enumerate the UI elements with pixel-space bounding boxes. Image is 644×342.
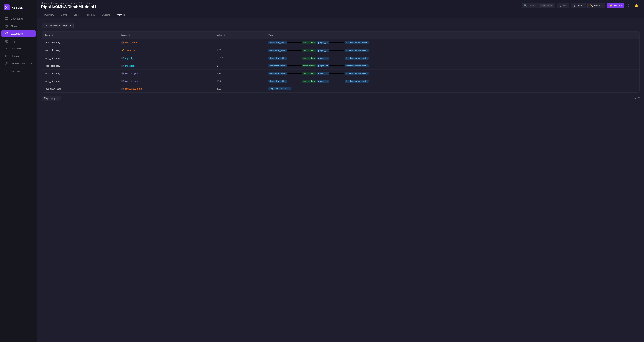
cell-name: ¹²³bad.records [118, 39, 214, 47]
sidebar-item-flows[interactable]: Flows [2, 23, 36, 30]
tag-simple: request.method: GET [268, 87, 291, 90]
metric-name-text: output.rows [125, 80, 138, 83]
chevron-right-icon: › [31, 62, 32, 65]
search-placeholder: Jump to... [528, 4, 538, 7]
edit-flow-button[interactable]: ✏️ Edit flow [587, 3, 605, 9]
logo-text: kestra. [12, 6, 23, 10]
bell-icon: 🔔 [635, 4, 638, 7]
svg-point-22 [6, 56, 8, 57]
svg-rect-2 [7, 17, 8, 19]
jump-to-search[interactable]: 🔍 Jump to... Ctrl/Cmd + K [522, 3, 555, 8]
svg-rect-3 [6, 19, 7, 20]
total-count: 7 [638, 97, 640, 99]
breadcrumb-executions[interactable]: Executions [81, 2, 92, 5]
chevron-down-icon: ▾ [70, 24, 71, 27]
tab-overview[interactable]: Overview [41, 12, 57, 18]
metric-name-text: bad.records [125, 41, 138, 44]
cell-name: ¹²³output.rows [118, 77, 214, 85]
metric-type-icon: ¹²³ [122, 57, 124, 59]
tab-gantt[interactable]: Gantt [58, 12, 70, 18]
execute-button-label: Execute [614, 4, 622, 7]
sidebar-item-administration-label: Administration [11, 62, 26, 65]
tab-topology[interactable]: Topology [82, 12, 98, 18]
sidebar-item-flows-label: Flows [11, 25, 17, 28]
name-sort-icon[interactable]: ⇅ [129, 34, 130, 36]
cell-task: load_biqquery [42, 70, 118, 77]
table-footer: 25 per page ▾ Total: 7 [42, 96, 640, 101]
tag-simple: location: europe-west3 [345, 80, 368, 83]
grid-icon [5, 17, 8, 20]
api-button-label: API [562, 4, 566, 7]
per-page-select[interactable]: 25 per page ▾ [42, 96, 61, 101]
notifications-button[interactable]: 🔔 [633, 3, 640, 9]
metrics-table: Task ⇅ Name ⇅ Value ⇅ Tags [42, 32, 639, 92]
tag: project_id: [317, 57, 344, 60]
per-page-chevron: ▾ [57, 97, 58, 99]
tag: project_id: [317, 49, 344, 52]
tag: project_id: [317, 64, 344, 67]
value-sort-icon[interactable]: ⇅ [224, 34, 226, 36]
tag-simple: location: europe-west3 [345, 57, 368, 60]
task-sort-icon[interactable]: ⇅ [51, 34, 53, 36]
svg-point-24 [6, 71, 8, 72]
sidebar-item-blueprints[interactable]: Blueprints [2, 45, 36, 52]
table-row: load_biqquery¹²³input.files1destination_… [42, 62, 639, 70]
breadcrumb-flow-name[interactable]: dev.load_data_to_bigquery [50, 2, 77, 5]
sidebar-item-settings[interactable]: Settings [2, 67, 36, 75]
metric-name-text: input.files [125, 64, 136, 67]
tag: project_id: [317, 80, 344, 83]
table-header-row: Task ⇅ Name ⇅ Value ⇅ Tags [42, 32, 639, 39]
help-icon: ? [628, 4, 630, 7]
table-row: load_biqquery¹²³input.bytes5,837destinat… [42, 54, 639, 62]
tag: destination_table:demo.orders [268, 72, 316, 75]
execute-button[interactable]: ⚡ Execute [607, 3, 624, 9]
cell-task: http_download [42, 85, 118, 93]
title-section: Flows / dev.load_data_to_bigquery / Exec… [41, 2, 96, 9]
sidebar-item-dashboard-label: Dashboard [11, 17, 23, 20]
kestra-logo-icon [4, 5, 10, 11]
metric-type-icon: ¹²³ [122, 65, 124, 67]
header-top: Flows / dev.load_data_to_bigquery / Exec… [41, 2, 640, 11]
help-button[interactable]: ? [626, 3, 631, 9]
sidebar-item-dashboard[interactable]: Dashboard [2, 15, 36, 22]
svg-rect-5 [6, 25, 6, 26]
tab-outputs[interactable]: Outputs [99, 12, 113, 18]
search-icon: 🔍 [524, 4, 527, 7]
table-row: http_download¹²³response.length5,837requ… [42, 85, 639, 93]
col-value: Value ⇅ [214, 32, 265, 39]
breadcrumb-flows[interactable]: Flows [41, 2, 47, 5]
sidebar-item-plugins-label: Plugins [11, 55, 19, 58]
tag-simple: location: europe-west3 [345, 41, 368, 44]
cell-name: ⏱duration [118, 47, 214, 54]
edit-icon: ✏️ [590, 4, 593, 7]
cell-tags: request.method: GET [265, 85, 639, 93]
sidebar-item-logs[interactable]: Logs [2, 38, 36, 45]
tab-metrics[interactable]: Metrics [114, 12, 128, 18]
tab-logs[interactable]: Logs [70, 12, 82, 18]
tag: destination_table:demo.orders [268, 49, 316, 52]
delete-button[interactable]: 🗑 Delete [570, 3, 586, 9]
cell-task: load_biqquery [42, 39, 118, 47]
cell-value: 0 [214, 39, 265, 47]
cell-tags: destination_table:demo.ordersproject_id:… [265, 62, 639, 70]
sidebar-item-executions[interactable]: Executions [2, 30, 36, 37]
tag-simple: location: europe-west3 [345, 49, 368, 52]
sidebar-item-executions-label: Executions [11, 32, 23, 35]
cell-name: ¹²³input.bytes [118, 54, 214, 62]
metric-type-icon: ¹²³ [122, 72, 124, 75]
col-task: Task ⇅ [42, 32, 118, 39]
api-icon: ⬡ [560, 4, 562, 7]
api-button[interactable]: ⬡ API [557, 3, 569, 9]
sidebar-item-administration[interactable]: Administration › [2, 60, 36, 67]
metric-type-icon: ¹²³ [122, 42, 124, 44]
search-shortcut: Ctrl/Cmd + K [540, 4, 553, 7]
delete-button-label: Delete [577, 4, 583, 7]
sidebar-item-plugins[interactable]: Plugins [2, 53, 36, 60]
logo-area: kestra. [0, 3, 37, 15]
cell-task: load_biqquery [42, 77, 118, 85]
display-metric-filter[interactable]: Display metric for a sp... ▾ [42, 23, 74, 28]
sidebar: kestra. Dashboard Flows Executions [0, 0, 37, 342]
col-name: Name ⇅ [118, 32, 214, 39]
page-title: PtpoHw0MhWRkmhMUdnlbH [41, 5, 96, 9]
breadcrumb-sep1: / [48, 2, 49, 5]
